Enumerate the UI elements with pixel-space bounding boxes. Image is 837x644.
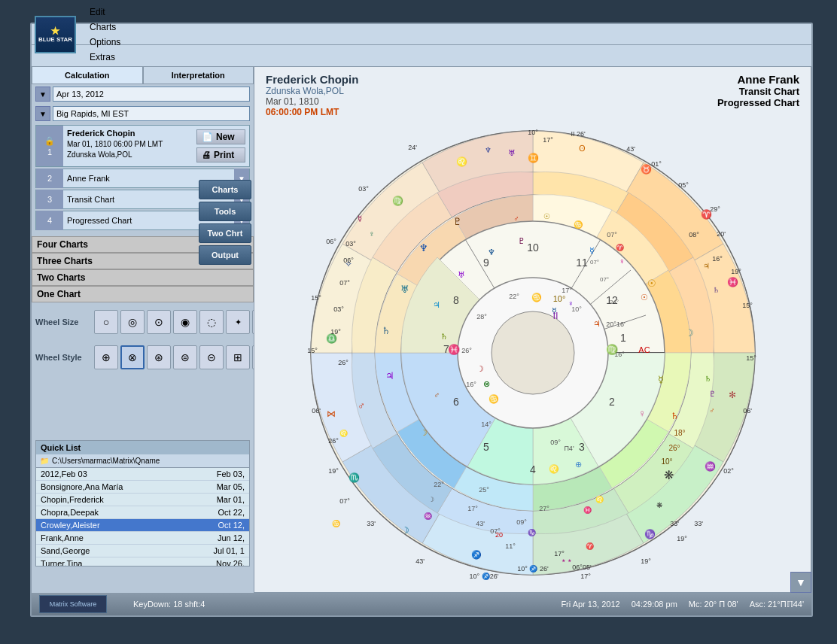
wheel-size-4[interactable]: ◉ bbox=[173, 310, 197, 334]
svg-text:♋: ♋ bbox=[574, 220, 583, 229]
quick-list-item[interactable]: Chopra,DeepakOct 22, bbox=[36, 506, 249, 519]
menu-item-edit[interactable]: Edit bbox=[84, 5, 126, 20]
date-dropdown[interactable]: ▼ bbox=[35, 87, 50, 102]
wheel-style-4[interactable]: ⊜ bbox=[173, 345, 197, 369]
tools-button[interactable]: Tools bbox=[199, 202, 251, 221]
wheel-size-1[interactable]: ○ bbox=[94, 310, 118, 334]
svg-text:♅: ♅ bbox=[458, 270, 465, 279]
quick-list-item[interactable]: Chopin,FrederickMar 01, bbox=[36, 494, 249, 506]
svg-text:♌: ♌ bbox=[339, 429, 348, 438]
wheel-size-5[interactable]: ◌ bbox=[199, 310, 224, 334]
matrix-logo-box: Matrix Software bbox=[39, 595, 107, 613]
svg-text:4: 4 bbox=[530, 463, 536, 475]
charts-button[interactable]: Charts bbox=[199, 180, 251, 199]
svg-text:24°: 24° bbox=[609, 299, 618, 305]
svg-text:♒: ♒ bbox=[423, 512, 432, 521]
tab-interpretation[interactable]: Interpretation bbox=[143, 66, 254, 84]
svg-text:10°: 10° bbox=[661, 457, 672, 466]
print-button[interactable]: 🖨 Print bbox=[196, 147, 245, 163]
person-4-number: 4 bbox=[36, 211, 63, 230]
wheel-style-2[interactable]: ⊗ bbox=[120, 345, 145, 369]
svg-text:33': 33' bbox=[694, 520, 703, 527]
status-bar: Matrix Software KeyDown: 18 shft:4 Fri A… bbox=[32, 593, 811, 615]
quick-list-item-name: 2012,Feb 03 bbox=[41, 469, 87, 478]
svg-text:24': 24' bbox=[408, 144, 417, 151]
two-chrt-button[interactable]: Two Chrt bbox=[199, 223, 251, 243]
svg-text:♀: ♀ bbox=[638, 408, 646, 419]
svg-text:♓: ♓ bbox=[583, 506, 592, 515]
svg-text:♓: ♓ bbox=[726, 276, 738, 287]
quick-list-item-date: Oct 12, bbox=[218, 521, 245, 530]
svg-text:11°: 11° bbox=[505, 542, 516, 550]
svg-text:43': 43' bbox=[476, 520, 485, 527]
location-dropdown[interactable]: ▼ bbox=[35, 106, 50, 121]
quick-list-item[interactable]: 2012,Feb 03Feb 03, bbox=[36, 468, 249, 481]
svg-text:♃: ♃ bbox=[702, 262, 709, 270]
wheel-size-3[interactable]: ⊙ bbox=[147, 310, 171, 334]
svg-text:♈: ♈ bbox=[700, 208, 711, 220]
quick-list-item-name: Bonsignore,Ana María bbox=[41, 482, 123, 491]
quick-list-item-name: Crowley,Aleister bbox=[41, 521, 100, 530]
svg-text:08°: 08° bbox=[689, 231, 699, 238]
svg-text:33': 33' bbox=[670, 520, 679, 527]
logo-text: BLUE STAR bbox=[38, 37, 72, 44]
quick-list-item[interactable]: Frank,AnneJun 12, bbox=[36, 532, 249, 545]
menu-item-extras[interactable]: Extras bbox=[84, 50, 126, 65]
date-input[interactable] bbox=[53, 87, 250, 102]
svg-text:ΙΙ: ΙΙ bbox=[552, 310, 558, 321]
svg-text:⊕: ⊕ bbox=[574, 460, 581, 469]
svg-text:♑: ♑ bbox=[644, 528, 655, 539]
svg-text:☿: ☿ bbox=[658, 374, 664, 385]
wheel-style-label: Wheel Style bbox=[35, 353, 88, 362]
person-1-new-btn[interactable]: 📄 New 🖨 Print bbox=[193, 126, 249, 166]
quick-list-item[interactable]: Turner,TinaNov 26, bbox=[36, 557, 249, 566]
wheel-style-6[interactable]: ⊞ bbox=[226, 345, 250, 369]
svg-text:♋: ♋ bbox=[489, 393, 499, 404]
layout-btn-two-charts[interactable]: Two Charts bbox=[32, 269, 254, 286]
svg-text:9: 9 bbox=[483, 257, 489, 269]
svg-text:10° ♐26': 10° ♐26' bbox=[469, 572, 498, 581]
svg-text:☉: ☉ bbox=[641, 293, 648, 302]
main-window: ★ BLUE STAR FileEditChartsOptionsExtrasH… bbox=[30, 23, 813, 617]
new-button[interactable]: 📄 New bbox=[196, 129, 245, 144]
menu-item-charts[interactable]: Charts bbox=[84, 20, 126, 35]
quick-list-item-name: Frank,Anne bbox=[41, 533, 84, 542]
svg-text:♂: ♂ bbox=[433, 390, 439, 399]
svg-text:06': 06' bbox=[743, 407, 752, 415]
scroll-down-button[interactable]: ▼ bbox=[790, 572, 811, 593]
quick-list-item-date: Oct 22, bbox=[218, 508, 245, 517]
wheel-size-2[interactable]: ◎ bbox=[120, 310, 145, 334]
quick-list-item-name: Sand,George bbox=[41, 546, 90, 555]
wheel-style-3[interactable]: ⊛ bbox=[147, 345, 171, 369]
quick-list-item[interactable]: Sand,GeorgeJul 01, 1 bbox=[36, 545, 249, 557]
wheel-size-extra1[interactable]: ✦ bbox=[226, 310, 250, 334]
svg-text:33': 33' bbox=[367, 520, 376, 527]
quick-list-item[interactable]: Crowley,AleisterOct 12, bbox=[36, 519, 249, 532]
tab-calculation[interactable]: Calculation bbox=[32, 66, 143, 84]
svg-text:17°: 17° bbox=[580, 573, 591, 580]
folder-icon: 📁 bbox=[40, 457, 49, 465]
svg-text:20: 20 bbox=[495, 531, 502, 539]
svg-text:☽: ☽ bbox=[420, 428, 428, 437]
quick-list-item-date: Mar 05, bbox=[217, 482, 245, 491]
svg-text:07°: 07° bbox=[339, 279, 350, 287]
quick-list-item[interactable]: Bonsignore,Ana MaríaMar 05, bbox=[36, 481, 249, 494]
svg-text:♈: ♈ bbox=[615, 243, 624, 252]
menu-item-options[interactable]: Options bbox=[84, 35, 126, 50]
svg-text:19°: 19° bbox=[330, 328, 341, 336]
wheel-style-icons: ⊕ ⊗ ⊛ ⊜ ⊝ ⊞ ✿ bbox=[94, 345, 276, 369]
location-input[interactable] bbox=[53, 106, 250, 121]
layout-btn-one-chart[interactable]: One Chart bbox=[32, 286, 254, 302]
svg-text:⊗: ⊗ bbox=[482, 379, 489, 388]
status-mc: Mc: 20° Π 08' bbox=[689, 600, 738, 609]
wheel-style-1[interactable]: ⊕ bbox=[94, 345, 118, 369]
quick-list-item-date: Jul 01, 1 bbox=[213, 546, 245, 555]
wheel-style-5[interactable]: ⊝ bbox=[199, 345, 224, 369]
svg-text:06°: 06° bbox=[326, 238, 336, 245]
status-date: Fri Apr 13, 2012 bbox=[561, 600, 619, 609]
output-button[interactable]: Output bbox=[199, 245, 251, 265]
chart-area: Frederick Chopin Zdunska Wola,POL Mar 01… bbox=[254, 66, 811, 593]
chart-person-name: Frederick Chopin bbox=[266, 73, 358, 86]
chart-person-left: Frederick Chopin Zdunska Wola,POL Mar 01… bbox=[266, 73, 358, 117]
chart-person-location: Zdunska Wola,POL bbox=[266, 86, 358, 96]
